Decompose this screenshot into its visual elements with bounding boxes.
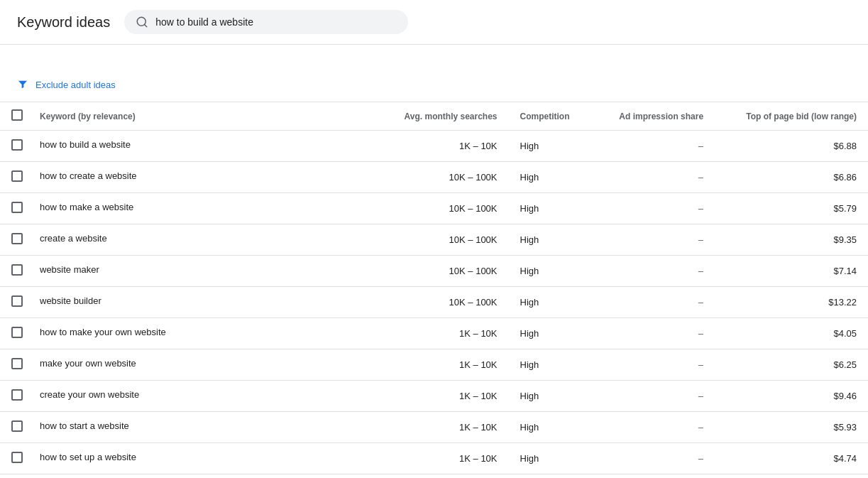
row-avg-searches: 10K – 100K: [375, 224, 508, 256]
header-checkbox-cell: [0, 102, 28, 131]
row-keyword: how to build a website: [28, 131, 375, 158]
col-header-top-bid: Top of page bid (low range): [715, 102, 868, 131]
col-header-ad-impression: Ad impression share: [592, 102, 715, 131]
row-checkbox-cell: [0, 443, 28, 474]
row-keyword: how to make a website: [28, 193, 375, 221]
row-keyword: create a website: [28, 224, 375, 252]
row-keyword: make your own website: [28, 349, 375, 377]
exclude-adult-link[interactable]: Exclude adult ideas: [35, 80, 116, 90]
row-checkbox[interactable]: [11, 327, 23, 338]
table-row: how to set up a website 1K – 10K High – …: [0, 443, 868, 474]
row-avg-searches: 10K – 100K: [375, 287, 508, 318]
row-competition: High: [509, 381, 592, 412]
row-avg-searches: 1K – 10K: [375, 443, 508, 474]
row-competition: High: [509, 443, 592, 474]
row-keyword: website builder: [28, 287, 375, 315]
row-competition: High: [509, 131, 592, 162]
row-competition: High: [509, 349, 592, 381]
row-top-bid: $6.25: [715, 349, 868, 381]
row-ad-impression: –: [592, 193, 715, 224]
table-row: how to make your own website 1K – 10K Hi…: [0, 318, 868, 349]
table-row: how to make a website 10K – 100K High – …: [0, 193, 868, 224]
row-top-bid: $6.88: [715, 131, 868, 162]
row-avg-searches: 10K – 100K: [375, 162, 508, 193]
row-checkbox-cell: [0, 381, 28, 412]
row-checkbox-cell: [0, 193, 28, 224]
col-header-keyword: Keyword (by relevance): [28, 102, 375, 131]
row-top-bid: $5.93: [715, 412, 868, 443]
row-avg-searches: 1K – 10K: [375, 381, 508, 412]
page-title: Keyword ideas: [17, 14, 110, 31]
table-row: how to create a website 10K – 100K High …: [0, 162, 868, 193]
row-ad-impression: –: [592, 318, 715, 349]
keyword-table-container: Keyword (by relevance) Avg. monthly sear…: [0, 102, 868, 474]
row-competition: High: [509, 224, 592, 256]
search-icon: [136, 16, 148, 28]
row-ad-impression: –: [592, 381, 715, 412]
row-keyword: how to create a website: [28, 162, 375, 190]
spacer: [0, 45, 868, 67]
row-checkbox[interactable]: [11, 233, 23, 244]
keyword-table: Keyword (by relevance) Avg. monthly sear…: [0, 102, 868, 474]
row-checkbox[interactable]: [11, 295, 23, 307]
row-checkbox[interactable]: [11, 264, 23, 276]
row-competition: High: [509, 193, 592, 224]
row-keyword: how to start a website: [28, 412, 375, 440]
row-top-bid: $7.14: [715, 256, 868, 287]
row-top-bid: $13.22: [715, 287, 868, 318]
row-keyword: create your own website: [28, 381, 375, 408]
row-checkbox-cell: [0, 162, 28, 193]
row-top-bid: $9.35: [715, 224, 868, 256]
row-checkbox-cell: [0, 224, 28, 256]
row-avg-searches: 1K – 10K: [375, 349, 508, 381]
filter-icon: [17, 79, 28, 90]
row-checkbox-cell: [0, 412, 28, 443]
row-checkbox[interactable]: [11, 389, 23, 401]
row-ad-impression: –: [592, 131, 715, 162]
row-checkbox[interactable]: [11, 452, 23, 463]
row-ad-impression: –: [592, 256, 715, 287]
row-top-bid: $6.86: [715, 162, 868, 193]
row-checkbox[interactable]: [11, 420, 23, 432]
row-checkbox[interactable]: [11, 358, 23, 369]
row-competition: High: [509, 256, 592, 287]
row-ad-impression: –: [592, 412, 715, 443]
table-row: make your own website 1K – 10K High – $6…: [0, 349, 868, 381]
row-checkbox[interactable]: [11, 202, 23, 213]
table-row: website builder 10K – 100K High – $13.22: [0, 287, 868, 318]
row-checkbox-cell: [0, 131, 28, 162]
filter-section: Exclude adult ideas: [0, 67, 868, 102]
row-ad-impression: –: [592, 162, 715, 193]
row-competition: High: [509, 318, 592, 349]
row-avg-searches: 1K – 10K: [375, 131, 508, 162]
search-input[interactable]: [155, 16, 397, 28]
row-ad-impression: –: [592, 349, 715, 381]
row-checkbox[interactable]: [11, 139, 23, 151]
table-row: create your own website 1K – 10K High – …: [0, 381, 868, 412]
row-top-bid: $9.46: [715, 381, 868, 412]
row-checkbox-cell: [0, 256, 28, 287]
row-keyword: how to set up a website: [28, 443, 375, 471]
select-all-checkbox[interactable]: [11, 109, 23, 121]
row-top-bid: $4.05: [715, 318, 868, 349]
table-row: website maker 10K – 100K High – $7.14: [0, 256, 868, 287]
row-top-bid: $5.79: [715, 193, 868, 224]
row-competition: High: [509, 287, 592, 318]
row-checkbox-cell: [0, 287, 28, 318]
row-top-bid: $4.74: [715, 443, 868, 474]
row-avg-searches: 1K – 10K: [375, 318, 508, 349]
table-row: create a website 10K – 100K High – $9.35: [0, 224, 868, 256]
col-header-avg-searches: Avg. monthly searches: [375, 102, 508, 131]
search-bar[interactable]: [124, 10, 408, 34]
svg-line-1: [145, 24, 147, 26]
table-row: how to start a website 1K – 10K High – $…: [0, 412, 868, 443]
page-header: Keyword ideas: [0, 0, 868, 45]
row-checkbox-cell: [0, 349, 28, 381]
row-avg-searches: 10K – 100K: [375, 193, 508, 224]
col-header-competition: Competition: [509, 102, 592, 131]
table-row: how to build a website 1K – 10K High – $…: [0, 131, 868, 162]
row-checkbox-cell: [0, 318, 28, 349]
row-keyword: how to make your own website: [28, 318, 375, 346]
row-checkbox[interactable]: [11, 170, 23, 182]
row-ad-impression: –: [592, 287, 715, 318]
